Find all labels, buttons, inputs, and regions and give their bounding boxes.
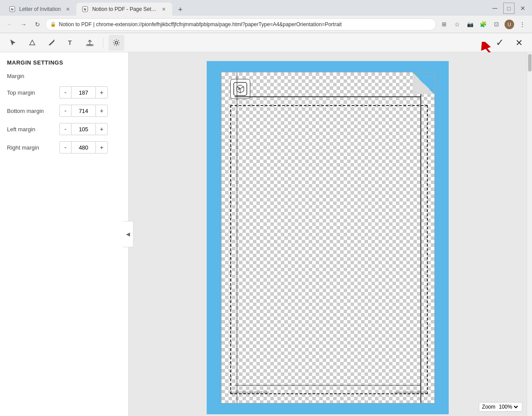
zoom-label: Zoom (482, 404, 495, 410)
cast-button[interactable]: ⊞ (438, 18, 450, 31)
svg-text:T: T (68, 39, 72, 46)
right-margin-controls: - 480 + (59, 141, 108, 153)
sidebar: MARGIN SETTINGS Margin Top margin - 187 … (0, 52, 129, 416)
shape-tool[interactable] (24, 35, 40, 51)
settings-tool[interactable] (109, 35, 124, 51)
svg-text:N: N (11, 7, 14, 11)
left-margin-increase[interactable]: + (95, 123, 108, 135)
toolbar-separator (103, 38, 103, 48)
extensions-button[interactable]: 🧩 (477, 18, 489, 31)
canvas-scrollbar[interactable] (527, 52, 532, 416)
left-margin-row: Left margin - 105 + (7, 123, 121, 135)
right-margin-value[interactable]: 480 (72, 141, 95, 153)
svg-point-6 (115, 41, 118, 44)
left-margin-label: Left margin (7, 126, 59, 133)
bottom-margin-decrease[interactable]: - (59, 105, 72, 117)
new-tab-button[interactable]: + (174, 3, 186, 16)
sidebar-toggle[interactable]: ⊡ (490, 18, 502, 31)
tab2-close[interactable]: ✕ (160, 6, 167, 13)
left-margin-decrease[interactable]: - (59, 123, 72, 135)
confirm-button[interactable]: ✓ (492, 35, 508, 51)
toolbar-right-actions: ✓ ✕ (492, 35, 527, 51)
section-title: MARGIN SETTINGS (7, 59, 121, 66)
bottom-margin-label: Bottom margin (7, 108, 59, 114)
nav-actions: ⊞ ☆ 📷 🧩 ⊡ U ⋮ (438, 18, 529, 31)
toolbar: T ✓ ✕ (0, 33, 532, 52)
tab1-title: Letter of Invitation (19, 6, 61, 12)
pen-tool[interactable] (44, 35, 59, 51)
upload-tool[interactable] (82, 35, 98, 51)
forward-button[interactable]: → (17, 18, 30, 31)
bottom-margin-controls: - 714 + (59, 105, 108, 117)
margin-label: Margin (7, 73, 121, 79)
paper-page: support@notiontopdf.site www.notiontopdf… (221, 72, 435, 403)
maximize-button[interactable]: □ (503, 3, 515, 14)
top-margin-label: Top margin (7, 89, 59, 96)
tab1-close[interactable]: ✕ (64, 6, 71, 13)
svg-text:N: N (84, 7, 87, 11)
top-margin-decrease[interactable]: - (59, 86, 72, 99)
top-margin-line (235, 96, 421, 97)
back-button[interactable]: ← (3, 18, 16, 31)
bottom-margin-value[interactable]: 714 (72, 105, 95, 117)
cursor-tool[interactable] (5, 35, 21, 51)
dashed-content-border (230, 105, 428, 394)
bottom-margin-increase[interactable]: + (95, 105, 108, 117)
right-margin-label: Right margin (7, 144, 59, 151)
tab2-favicon: N (82, 6, 89, 13)
menu-button[interactable]: ⋮ (516, 18, 529, 31)
screenshot-button[interactable]: 📷 (464, 18, 476, 31)
left-margin-value[interactable]: 105 (72, 123, 95, 135)
top-margin-controls: - 187 + (59, 86, 108, 99)
text-tool[interactable]: T (63, 35, 78, 51)
nav-bar: ← → ↻ 🔒 Notion to PDF | chrome-extension… (0, 16, 532, 33)
zoom-select[interactable]: 100% 50% 75% 125% 150% (497, 403, 519, 410)
address-bar[interactable]: 🔒 Notion to PDF | chrome-extension://pio… (45, 18, 436, 31)
sidebar-collapse-handle[interactable]: ◀ (123, 221, 133, 247)
lock-icon: 🔒 (50, 21, 56, 27)
url-text: Notion to PDF | chrome-extension://pionf… (59, 21, 431, 27)
close-window-button[interactable]: ✕ (517, 3, 529, 14)
tab-letter-of-invitation[interactable]: N Letter of Invitation ✕ (3, 3, 76, 16)
minimize-button[interactable]: ─ (489, 3, 501, 14)
scrollbar-thumb (528, 54, 532, 72)
bottom-margin-row: Bottom margin - 714 + (7, 105, 121, 117)
right-margin-row: Right margin - 480 + (7, 141, 121, 153)
left-margin-controls: - 105 + (59, 123, 108, 135)
zoom-control: Zoom 100% 50% 75% 125% 150% (479, 402, 522, 412)
top-margin-increase[interactable]: + (95, 86, 108, 99)
blue-background: support@notiontopdf.site www.notiontopdf… (207, 61, 449, 414)
tab2-title: Notion to PDF - Page Settings (92, 6, 157, 12)
title-bar: N Letter of Invitation ✕ N Notion to PDF… (0, 0, 532, 16)
profile-button[interactable]: U (503, 18, 515, 31)
browser-frame: N Letter of Invitation ✕ N Notion to PDF… (0, 0, 532, 416)
right-margin-increase[interactable]: + (95, 141, 108, 153)
refresh-button[interactable]: ↻ (31, 18, 44, 31)
bookmark-button[interactable]: ☆ (451, 18, 463, 31)
tab-notion-pdf-settings[interactable]: N Notion to PDF - Page Settings ✕ (76, 3, 172, 16)
tab1-favicon: N (9, 6, 16, 13)
main-area: MARGIN SETTINGS Margin Top margin - 187 … (0, 52, 532, 416)
cancel-button[interactable]: ✕ (511, 35, 527, 51)
canvas-area: support@notiontopdf.site www.notiontopdf… (129, 52, 527, 416)
top-margin-value[interactable]: 187 (72, 86, 95, 99)
page-canvas: support@notiontopdf.site www.notiontopdf… (129, 52, 527, 416)
top-margin-row: Top margin - 187 + (7, 86, 121, 99)
right-margin-decrease[interactable]: - (59, 141, 72, 153)
